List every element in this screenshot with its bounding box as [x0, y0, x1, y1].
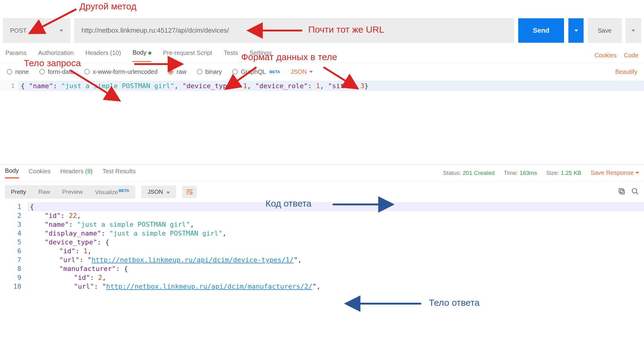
line-number: 6: [0, 247, 27, 255]
response-header: Body Cookies Headers (9) Test Results St…: [0, 164, 644, 181]
tab-settings[interactable]: Settings: [250, 49, 272, 61]
save-dropdown[interactable]: [626, 18, 641, 43]
view-preview[interactable]: Preview: [56, 185, 89, 199]
status-meta[interactable]: Status: 201 Created: [443, 170, 495, 176]
chevron-down-icon: [166, 192, 170, 194]
body-type-formdata[interactable]: form-data: [39, 68, 74, 75]
view-raw[interactable]: Raw: [32, 185, 56, 199]
tab-authorization[interactable]: Authorization: [38, 49, 74, 61]
body-type-xwww[interactable]: x-www-form-urlencoded: [84, 68, 157, 75]
radio-icon: [232, 69, 238, 74]
body-type-raw[interactable]: raw: [168, 68, 186, 75]
svg-line-11: [636, 192, 638, 194]
line-number: 1: [0, 81, 18, 91]
view-mode-group: Pretty Raw Preview VisualizeBETA: [5, 185, 135, 199]
response-line: 10"url": "http://netbox.linkmeup.ru/api/…: [0, 282, 644, 291]
tab-body[interactable]: Body: [132, 49, 151, 62]
response-line: 2"id": 22,: [0, 211, 644, 220]
response-tab-body[interactable]: Body: [5, 167, 19, 179]
request-body-code[interactable]: { "name": "just a simple POSTMAN girl", …: [18, 81, 644, 91]
response-code-line: "url": "http://netbox.linkmeup.ru/api/dc…: [27, 255, 644, 264]
radio-checked-icon: [168, 69, 173, 74]
request-bar: POST Send Save: [0, 12, 644, 43]
wrap-text-icon[interactable]: [182, 186, 197, 198]
line-number: 1: [0, 202, 27, 211]
method-label: POST: [10, 27, 27, 34]
line-number: 10: [0, 282, 27, 291]
beautify-link[interactable]: Beautify: [615, 68, 637, 75]
response-code-line: "name": "just a simple POSTMAN girl",: [27, 220, 644, 229]
beta-badge: BETA: [270, 70, 280, 74]
save-response-button[interactable]: Save Response: [591, 169, 639, 176]
response-line: 1{: [0, 202, 644, 211]
response-line: 3"name": "just a simple POSTMAN girl",: [0, 220, 644, 229]
body-type-graphql[interactable]: GraphQLBETA: [232, 68, 280, 75]
url-input[interactable]: [74, 18, 514, 43]
chevron-down-icon: [631, 30, 635, 32]
chevron-down-icon: [60, 30, 63, 32]
response-tab-cookies[interactable]: Cookies: [29, 168, 51, 178]
chevron-down-icon: [574, 30, 578, 32]
response-tab-tests[interactable]: Test Results: [102, 168, 136, 178]
code-link[interactable]: Code: [624, 52, 639, 59]
response-line: 4"display_name": "just a simple POSTMAN …: [0, 229, 644, 238]
copy-icon[interactable]: [618, 187, 626, 197]
response-line: 7"url": "http://netbox.linkmeup.ru/api/d…: [0, 255, 644, 264]
annotation-resp-body: Тело ответа: [429, 298, 479, 308]
annotation-method: Другой метод: [79, 1, 136, 12]
body-type-none[interactable]: none: [7, 68, 29, 75]
line-number: 7: [0, 255, 27, 264]
response-code-line: "id": 1,: [27, 247, 644, 255]
method-select[interactable]: POST: [3, 18, 70, 43]
response-line: 9"id": 2,: [0, 273, 644, 282]
response-toolbar: Pretty Raw Preview VisualizeBETA JSON: [0, 181, 644, 202]
response-code-line: "id": 2,: [27, 273, 644, 282]
tab-headers[interactable]: Headers (10): [85, 49, 121, 61]
line-number: 4: [0, 229, 27, 238]
response-code-line: {: [27, 202, 644, 211]
response-format-select[interactable]: JSON: [141, 186, 176, 198]
time-meta[interactable]: Time: 163ms: [504, 170, 537, 176]
radio-icon: [7, 69, 12, 74]
request-tabs: Params Authorization Headers (10) Body P…: [0, 43, 644, 63]
body-type-binary[interactable]: binary: [197, 68, 222, 75]
svg-point-10: [632, 188, 637, 193]
request-body-editor[interactable]: 1 { "name": "just a simple POSTMAN girl"…: [0, 81, 644, 91]
response-code-line: "url": "http://netbox.linkmeup.ru/api/dc…: [27, 282, 644, 291]
response-body[interactable]: 1{2"id": 22,3"name": "just a simple POST…: [0, 202, 644, 291]
line-number: 9: [0, 273, 27, 282]
response-tab-headers[interactable]: Headers (9): [60, 168, 93, 178]
size-meta[interactable]: Size: 1.25 KB: [546, 170, 581, 176]
search-icon[interactable]: [631, 187, 639, 197]
save-button[interactable]: Save: [588, 18, 621, 43]
response-line: 6"id": 1,: [0, 247, 644, 255]
line-number: 3: [0, 220, 27, 229]
line-number: 5: [0, 238, 27, 247]
cookies-link[interactable]: Cookies: [595, 52, 617, 59]
radio-icon: [84, 69, 90, 74]
send-dropdown[interactable]: [568, 18, 584, 43]
view-visualize[interactable]: VisualizeBETA: [89, 185, 135, 199]
svg-rect-9: [619, 189, 623, 193]
radio-icon: [197, 69, 202, 74]
response-line: 8"manufacturer": {: [0, 264, 644, 273]
view-pretty[interactable]: Pretty: [5, 185, 32, 199]
chevron-down-icon: [309, 71, 313, 73]
send-button[interactable]: Send: [518, 18, 564, 43]
line-number: 8: [0, 264, 27, 273]
response-code-line: "manufacturer": {: [27, 264, 644, 273]
response-code-line: "display_name": "just a simple POSTMAN g…: [27, 229, 644, 238]
response-code-line: "id": 22,: [27, 211, 644, 220]
body-type-row: none form-data x-www-form-urlencoded raw…: [0, 63, 644, 81]
chevron-down-icon: [635, 172, 639, 174]
tab-tests[interactable]: Tests: [224, 49, 238, 61]
response-line: 5"device_type": {: [0, 238, 644, 247]
response-code-line: "device_type": {: [27, 238, 644, 247]
tab-prerequest[interactable]: Pre-request Script: [163, 49, 212, 61]
body-format-select[interactable]: JSON: [291, 68, 313, 75]
radio-icon: [39, 69, 45, 74]
line-number: 2: [0, 211, 27, 220]
tab-params[interactable]: Params: [5, 49, 27, 61]
beta-badge: BETA: [119, 188, 129, 193]
svg-rect-8: [620, 190, 624, 194]
